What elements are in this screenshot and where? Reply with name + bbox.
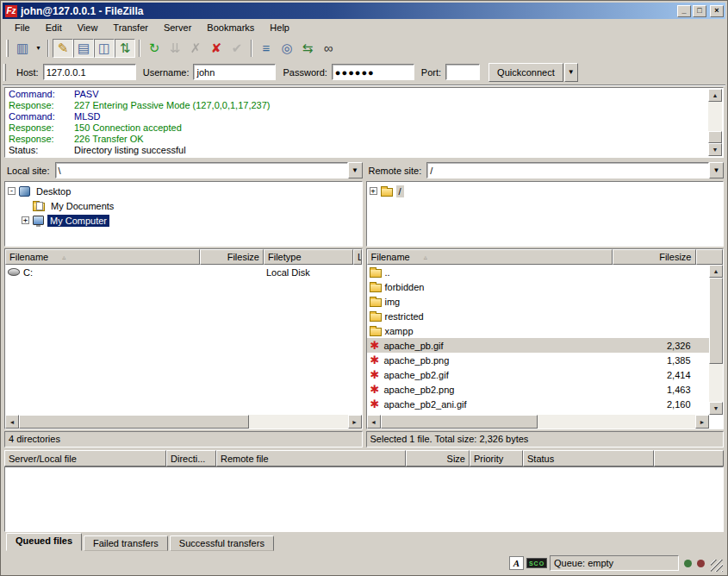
log-scroll-thumb[interactable] [708, 131, 722, 143]
directory-comparison-button[interactable]: ◎ [277, 39, 297, 58]
file-row-img[interactable]: img [367, 294, 710, 309]
remote-vscroll-thumb[interactable] [709, 278, 723, 364]
local-hscroll-thumb[interactable] [19, 415, 249, 429]
file-row-xampp[interactable]: xampp [367, 323, 710, 338]
log-scroll-track[interactable] [708, 102, 722, 143]
queue-column-priority[interactable]: Priority [470, 450, 523, 466]
file-row-item[interactable]: .. [367, 265, 710, 279]
log-line: Command:PASV [9, 89, 706, 100]
menu-edit[interactable]: Edit [38, 21, 70, 34]
site-manager-dropdown-icon[interactable]: ▾ [33, 39, 44, 58]
queue-column-size[interactable]: Size [406, 450, 470, 466]
titlebar: Fz john@127.0.0.1 - FileZilla _ □ × [3, 3, 725, 19]
username-input[interactable] [193, 64, 276, 80]
toggle-remote-tree-button[interactable]: ◫ [94, 39, 115, 58]
queue-column-server-local-file[interactable]: Server/Local file [4, 450, 166, 466]
remote-tree-item-item[interactable]: +/ [368, 184, 723, 198]
local-hscrollbar[interactable]: ◄ ► [5, 415, 362, 429]
queue-column-directi[interactable]: Directi... [166, 450, 216, 466]
file-row-restricted[interactable]: restricted [367, 309, 710, 323]
column-header-filename[interactable]: Filename▵ [367, 249, 613, 265]
minimize-button[interactable]: _ [677, 5, 691, 17]
tab-failed-transfers[interactable]: Failed transfers [84, 535, 168, 551]
maximize-button[interactable]: □ [693, 5, 706, 17]
file-row-c[interactable]: C:Local Disk [5, 265, 362, 279]
local-site-dropdown-icon[interactable]: ▼ [348, 162, 363, 178]
refresh-button[interactable]: ↻ [144, 39, 165, 58]
menu-view[interactable]: View [70, 21, 106, 34]
filter-button[interactable]: ≡ [256, 39, 277, 58]
synchronized-browsing-button[interactable]: ⇆ [297, 39, 318, 58]
host-label: Host: [16, 67, 39, 78]
remote-hscrollbar[interactable]: ◄ ► [367, 415, 710, 429]
folder-icon [370, 313, 382, 322]
remote-rows: ..forbiddenimgrestrictedxampp✱apache_pb.… [367, 265, 710, 411]
menu-bookmarks[interactable]: Bookmarks [199, 21, 262, 34]
scroll-down-icon[interactable]: ▼ [708, 143, 722, 156]
column-header-filename[interactable]: Filename▵ [5, 249, 200, 265]
file-row-forbidden[interactable]: forbidden [367, 279, 710, 294]
local-site-combo[interactable]: \ [55, 162, 348, 178]
scroll-right-icon[interactable]: ► [348, 415, 362, 429]
transfer-queue-list[interactable] [4, 466, 724, 532]
file-row-apache-pb-png[interactable]: ✱apache_pb.png1,385 [367, 353, 710, 367]
site-manager-button[interactable]: ▥ [12, 39, 33, 58]
quickconnect-dropdown-button[interactable]: ▼ [564, 63, 578, 82]
tab-successful-transfers[interactable]: Successful transfers [170, 535, 274, 551]
remote-hscroll-track[interactable] [381, 415, 696, 429]
local-status-text: 4 directories [4, 431, 363, 448]
local-site-value: \ [59, 166, 61, 176]
toolbar-separator [139, 40, 140, 57]
remote-site-dropdown-icon[interactable]: ▼ [709, 162, 724, 178]
scroll-right-icon[interactable]: ► [695, 415, 709, 429]
column-header-filetype[interactable]: Filetype [264, 249, 353, 265]
remote-vscroll-track[interactable] [709, 278, 723, 402]
local-tree-item-my-documents[interactable]: My Documents [6, 198, 361, 213]
local-hscroll-track[interactable] [19, 415, 348, 429]
file-row-apache-pb-gif[interactable]: ✱apache_pb.gif2,326 [367, 338, 710, 353]
file-row-apache-pb2-png[interactable]: ✱apache_pb2.png1,463 [367, 382, 710, 397]
close-button[interactable]: × [710, 5, 724, 17]
remote-site-combo[interactable]: / [426, 162, 709, 178]
remote-directory-tree: +/ [366, 181, 725, 247]
expand-icon[interactable]: + [370, 187, 377, 195]
column-header-filesize[interactable]: Filesize [200, 249, 264, 265]
password-input[interactable] [332, 64, 414, 80]
file-row-apache-pb2-gif[interactable]: ✱apache_pb2.gif2,414 [367, 367, 710, 382]
menu-server[interactable]: Server [156, 21, 199, 34]
toggle-local-tree-button[interactable]: ▤ [73, 39, 94, 58]
log-scrollbar[interactable]: ▲ ▼ [708, 89, 722, 156]
queue-column-status[interactable]: Status [523, 450, 654, 466]
scroll-up-icon[interactable]: ▲ [709, 265, 723, 278]
search-files-button[interactable]: ∞ [318, 39, 339, 58]
remote-hscroll-thumb[interactable] [381, 415, 538, 429]
log-line-text: MLSD [74, 111, 101, 122]
disconnect-button[interactable]: ✘ [206, 39, 227, 58]
folder-icon [370, 269, 382, 278]
host-input[interactable] [43, 64, 136, 80]
port-label: Port: [421, 67, 441, 78]
menu-file[interactable]: File [7, 21, 38, 34]
quickconnect-button[interactable]: Quickconnect [488, 63, 563, 82]
toggle-message-log-button[interactable]: ✎ [53, 39, 73, 58]
remote-vscrollbar[interactable]: ▲ ▼ [709, 265, 723, 415]
toggle-queue-button[interactable]: ⇅ [115, 39, 135, 58]
file-row-apache-pb2-ani-gif[interactable]: ✱apache_pb2_ani.gif2,160 [367, 397, 710, 411]
scroll-down-icon[interactable]: ▼ [709, 402, 723, 415]
resize-grip[interactable] [711, 560, 723, 572]
local-tree-item-desktop[interactable]: -Desktop [6, 184, 361, 198]
scroll-up-icon[interactable]: ▲ [708, 89, 722, 102]
menu-transfer[interactable]: Transfer [105, 21, 156, 34]
menu-help[interactable]: Help [262, 21, 297, 34]
tab-queued-files[interactable]: Queued files [6, 533, 82, 551]
collapse-icon[interactable]: - [8, 187, 16, 195]
column-header-filesize[interactable]: Filesize [613, 249, 696, 265]
port-input[interactable] [445, 64, 480, 80]
remote-list-header: Filename▵Filesize [367, 249, 724, 265]
queue-column-remote-file[interactable]: Remote file [216, 450, 406, 466]
column-header-l[interactable]: L [353, 249, 362, 265]
scroll-left-icon[interactable]: ◄ [5, 415, 19, 429]
scroll-left-icon[interactable]: ◄ [367, 415, 381, 429]
expand-icon[interactable]: + [22, 216, 29, 224]
local-tree-item-my-computer[interactable]: +My Computer [6, 213, 361, 228]
